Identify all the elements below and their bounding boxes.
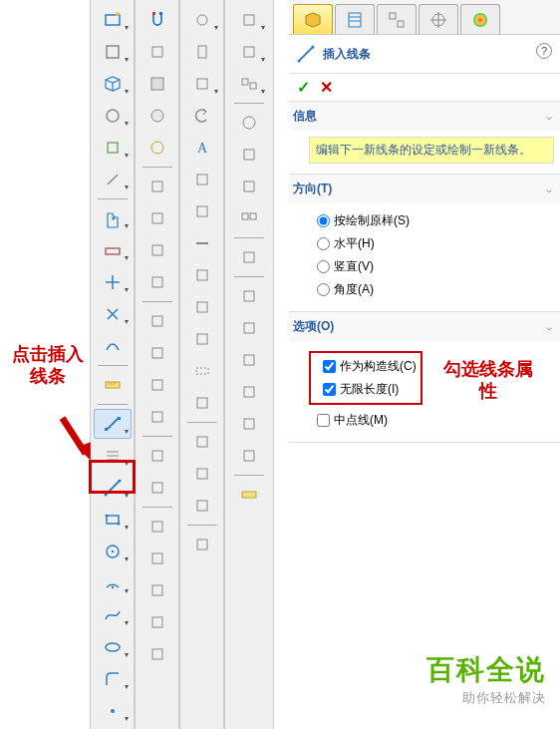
checkbox-midpoint[interactable] <box>317 414 330 427</box>
tab-property-manager[interactable] <box>335 4 375 34</box>
tool-generic-icon[interactable] <box>230 69 268 99</box>
tool-generic-icon[interactable] <box>139 441 176 471</box>
tool-generic-icon[interactable] <box>139 69 176 99</box>
tool-ruler-icon[interactable] <box>230 480 268 510</box>
tool-generic-icon[interactable] <box>183 388 221 418</box>
tool-generic-icon[interactable] <box>183 196 221 226</box>
tool-generic-icon[interactable] <box>183 491 221 521</box>
checkbox-infinite[interactable] <box>323 383 336 396</box>
tool-generic-icon[interactable] <box>94 299 132 329</box>
checkbox-infinite-label[interactable]: 无限长度(I) <box>340 381 399 398</box>
tool-generic-icon[interactable] <box>183 5 221 35</box>
tool-generic-icon[interactable] <box>139 203 176 233</box>
tool-generic-icon[interactable] <box>139 267 176 297</box>
tool-generic-icon[interactable] <box>94 165 132 194</box>
tool-generic-icon[interactable] <box>139 235 176 265</box>
tool-generic-icon[interactable] <box>139 101 176 131</box>
tool-generic-icon[interactable] <box>139 172 176 201</box>
tool-generic-icon[interactable] <box>183 37 221 67</box>
tool-generic-icon[interactable] <box>230 203 268 233</box>
tool-generic-icon[interactable] <box>183 260 221 290</box>
radio-angle-label[interactable]: 角度(A) <box>334 281 374 298</box>
tab-configuration-manager[interactable] <box>377 4 417 34</box>
tool-generic-icon[interactable] <box>230 313 268 343</box>
tool-point-icon[interactable] <box>94 696 132 726</box>
tool-fillet-icon[interactable] <box>94 664 132 694</box>
tool-generic-icon[interactable] <box>139 575 176 605</box>
tool-puzzle-icon[interactable] <box>94 203 132 233</box>
tool-generic-icon[interactable] <box>139 544 176 573</box>
tool-generic-icon[interactable] <box>94 37 132 67</box>
tool-generic-icon[interactable] <box>183 165 221 194</box>
tool-generic-icon[interactable] <box>139 607 176 637</box>
tool-generic-icon[interactable] <box>139 512 176 542</box>
tool-arc-icon[interactable] <box>94 331 132 361</box>
tool-text-icon[interactable]: A <box>183 133 221 163</box>
tool-generic-icon[interactable] <box>230 172 268 201</box>
tool-box-icon[interactable] <box>94 69 132 99</box>
tool-generic-icon[interactable] <box>94 101 132 131</box>
tool-generic-icon[interactable] <box>94 133 132 163</box>
tool-generic-icon[interactable] <box>94 235 132 265</box>
tool-rect-icon[interactable] <box>94 505 132 535</box>
radio-vertical-label[interactable]: 竖直(V) <box>334 258 374 275</box>
radio-vertical[interactable] <box>317 260 330 273</box>
tool-generic-icon[interactable] <box>183 459 221 489</box>
tool-generic-icon[interactable] <box>139 133 176 163</box>
tool-generic-icon[interactable] <box>230 409 268 439</box>
radio-horizontal[interactable] <box>317 237 330 250</box>
tool-generic-icon[interactable] <box>94 441 132 471</box>
tab-dimxpert[interactable] <box>419 4 458 34</box>
tool-generic-icon[interactable] <box>230 377 268 407</box>
tool-measure-icon[interactable] <box>94 370 132 400</box>
tool-generic-icon[interactable] <box>230 242 268 272</box>
radio-as-sketched-label[interactable]: 按绘制原样(S) <box>334 212 410 229</box>
tool-generic-icon[interactable] <box>230 281 268 311</box>
radio-angle[interactable] <box>317 283 330 296</box>
cancel-button[interactable]: ✕ <box>320 78 333 97</box>
section-info-header[interactable]: 信息 ⌵ <box>289 102 560 131</box>
tool-arc2-icon[interactable] <box>94 568 132 598</box>
tool-undo-icon[interactable] <box>183 101 221 131</box>
tool-generic-icon[interactable] <box>139 402 176 432</box>
tool-generic-icon[interactable] <box>183 228 221 258</box>
tool-generic-icon[interactable] <box>183 324 221 354</box>
tool-generic-icon[interactable] <box>230 441 268 471</box>
tool-generic-icon[interactable] <box>139 473 176 503</box>
tab-feature-manager[interactable] <box>293 4 333 34</box>
tool-generic-icon[interactable] <box>183 356 221 386</box>
radio-horizontal-label[interactable]: 水平(H) <box>334 235 375 252</box>
tool-generic-icon[interactable] <box>139 37 176 67</box>
tool-generic-icon[interactable] <box>230 5 268 35</box>
tool-magnet-icon[interactable] <box>139 5 176 35</box>
tool-line-selected-icon[interactable] <box>94 409 132 439</box>
checkbox-construction-label[interactable]: 作为构造线(C) <box>340 358 417 375</box>
tool-view-icon[interactable] <box>94 5 132 35</box>
tool-spline-icon[interactable] <box>94 600 132 630</box>
tool-generic-icon[interactable] <box>139 370 176 400</box>
tool-generic-icon[interactable] <box>139 639 176 669</box>
tool-insert-line-icon[interactable] <box>94 473 132 503</box>
tool-generic-icon[interactable] <box>183 69 221 99</box>
radio-as-sketched[interactable] <box>317 214 330 227</box>
tool-generic-icon[interactable] <box>94 267 132 297</box>
help-icon[interactable]: ? <box>536 43 552 59</box>
tool-generic-icon[interactable] <box>183 292 221 322</box>
ok-button[interactable]: ✓ <box>297 78 310 97</box>
section-options-header[interactable]: 选项(O) ⌵ <box>289 312 560 341</box>
annotation-check-props: 勾选线条属性 <box>438 359 538 402</box>
checkbox-midpoint-label[interactable]: 中点线(M) <box>334 412 388 429</box>
checkbox-construction[interactable] <box>323 360 336 373</box>
tool-circle-icon[interactable] <box>94 537 132 566</box>
tool-generic-icon[interactable] <box>230 37 268 67</box>
tool-generic-icon[interactable] <box>183 427 221 457</box>
tool-generic-icon[interactable] <box>183 530 221 559</box>
tool-generic-icon[interactable] <box>230 345 268 375</box>
section-direction-header[interactable]: 方向(T) ⌵ <box>289 175 560 203</box>
tool-ellipse-icon[interactable] <box>94 632 132 662</box>
tool-generic-icon[interactable] <box>139 338 176 368</box>
tool-generic-icon[interactable] <box>230 140 268 170</box>
tab-display-manager[interactable] <box>460 4 500 34</box>
tool-generic-icon[interactable] <box>230 108 268 138</box>
tool-generic-icon[interactable] <box>139 306 176 336</box>
